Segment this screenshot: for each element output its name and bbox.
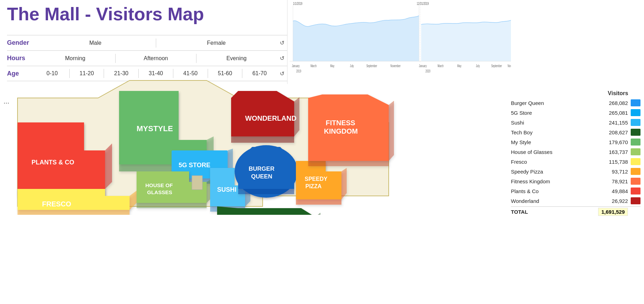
legend-store-name: Sushi [511,120,599,126]
svg-text:May: May [457,64,462,68]
svg-text:BURGER: BURGER [249,165,275,172]
svg-marker-63 [308,161,389,166]
svg-marker-54 [238,189,294,194]
svg-marker-24 [105,143,112,189]
legend-table: Visitors Burger Queen 268,082 5G Store 2… [511,90,640,217]
svg-text:PLANTS & CO: PLANTS & CO [32,159,74,166]
legend-color-swatch [631,119,640,126]
legend-store-name: Wonderland [511,198,599,204]
legend-store-value: 208,627 [599,129,631,135]
legend-store-name: Burger Queen [511,100,599,106]
legend-color-swatch [631,158,640,165]
legend-header: Visitors [511,90,640,97]
legend-store-name: 5G Store [511,110,599,116]
legend-row: Fitness Kingdom 78,921 [511,176,640,186]
legend-store-value: 179,670 [599,139,631,145]
legend-store-value: 115,738 [599,159,631,165]
legend-row: House of Glasses 163,737 [511,147,640,157]
legend-color-swatch [631,139,640,146]
legend-store-name: House of Glasses [511,149,599,155]
svg-text:SUSHI: SUSHI [217,186,236,193]
legend-store-value: 78,921 [599,178,631,184]
legend-color-swatch [631,109,640,116]
svg-text:KINGDOM: KINGDOM [324,127,358,135]
svg-text:QUEEN: QUEEN [251,173,272,180]
legend-store-name: Plants & Co [511,188,599,194]
svg-text:SPEEDY: SPEEDY [305,176,327,182]
legend-color-swatch [631,148,640,155]
legend-total-value: 1,691,529 [598,208,628,216]
legend-color-swatch [631,168,640,175]
legend-store-name: Speedy Pizza [511,169,599,175]
legend-store-value: 241,155 [599,120,631,126]
svg-text:July: July [476,64,480,68]
legend-row: Speedy Pizza 93,712 [511,167,640,176]
legend-row: Sushi 241,155 [511,118,640,127]
svg-marker-49 [231,136,294,143]
legend-row: Burger Queen 268,082 [511,98,640,108]
svg-marker-27 [18,210,130,215]
legend-row: 5G Store 265,081 [511,108,640,118]
svg-text:PIZZA: PIZZA [305,183,322,189]
legend-store-name: Fresco [511,159,599,165]
svg-marker-67 [217,206,315,215]
svg-text:HOUSE OF: HOUSE OF [145,182,173,188]
legend-store-value: 265,081 [599,110,631,116]
legend-row: My Style 179,670 [511,137,640,147]
legend-row: Fresco 115,738 [511,157,640,167]
legend-store-value: 49,884 [599,188,631,194]
legend-row: Plants & Co 49,884 [511,186,640,196]
svg-text:12/31/2019: 12/31/2019 [417,1,429,6]
legend-store-name: My Style [511,139,599,145]
legend-total-row: TOTAL 1,691,529 [511,206,640,217]
svg-marker-64 [389,101,394,161]
svg-text:5G STORE: 5G STORE [179,162,210,169]
svg-text:FRESCO: FRESCO [42,200,71,208]
legend-store-name: Fitness Kingdom [511,178,599,184]
legend-row: Wonderland 26,922 [511,196,640,206]
svg-text:GLASSES: GLASSES [147,189,172,195]
svg-marker-48 [231,91,294,136]
legend-color-swatch [631,178,640,185]
svg-text:September: September [491,64,502,68]
legend-store-value: 26,922 [599,198,631,204]
svg-text:WONDERLAND: WONDERLAND [245,114,297,122]
svg-text:2020: 2020 [425,69,430,73]
legend-store-value: 163,737 [599,149,631,155]
legend-store-value: 268,082 [599,100,631,106]
svg-text:March: March [437,64,444,68]
mall-map: PLANTS & CO FRESCO MYSTYLE 5G STORE HOUS… [0,0,406,215]
legend-store-name: Tech Boy [511,129,599,135]
svg-marker-58 [296,199,341,205]
legend-color-swatch [631,197,640,204]
legend-color-swatch [631,188,640,195]
legend-color-swatch [631,129,640,136]
svg-marker-39 [137,203,207,208]
svg-rect-43 [192,176,202,190]
svg-marker-69 [315,213,320,215]
svg-text:FITNESS: FITNESS [326,119,355,127]
legend-store-value: 93,712 [599,169,631,175]
svg-text:MYSTYLE: MYSTYLE [137,124,173,133]
legend-color-swatch [631,99,640,106]
svg-text:January: January [419,64,427,68]
legend-total-label: TOTAL [511,209,598,215]
legend-row: Tech Boy 208,627 [511,127,640,137]
svg-text:November: November [508,64,511,68]
